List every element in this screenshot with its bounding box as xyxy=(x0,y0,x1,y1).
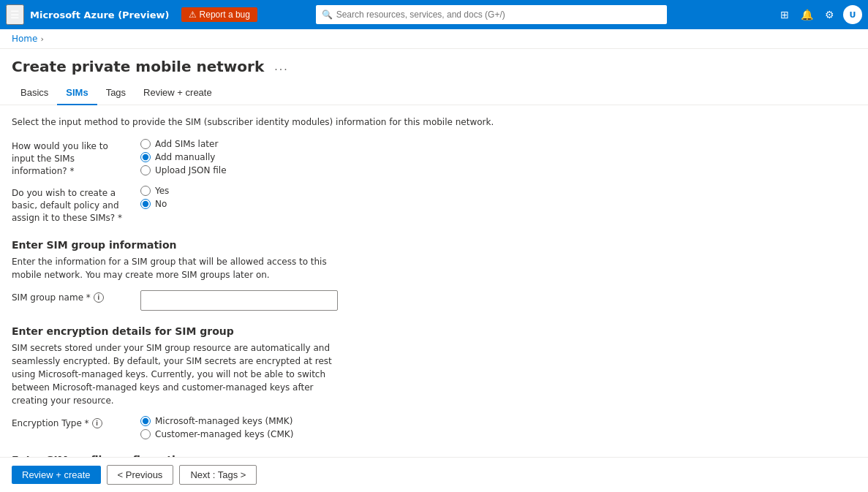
encryption-type-label-wrap: Encryption Type * i xyxy=(12,416,129,430)
sim-group-name-label-wrap: SIM group name * i xyxy=(12,290,129,304)
radio-mmk[interactable]: Microsoft-managed keys (MMK) xyxy=(140,416,293,426)
encryption-type-row: Encryption Type * i Microsoft-managed ke… xyxy=(12,416,500,439)
bottom-bar: Review + create < Previous Next : Tags > xyxy=(0,457,868,492)
radio-policy-no-label: No xyxy=(155,199,167,209)
sim-group-name-input[interactable] xyxy=(140,290,338,311)
breadcrumb: Home › xyxy=(0,29,868,49)
radio-upload-json-label: Upload JSON file xyxy=(155,165,227,175)
default-policy-row: Do you wish to create a basic, default p… xyxy=(12,186,500,224)
tab-review-create[interactable]: Review + create xyxy=(135,81,221,105)
encryption-description: SIM secrets stored under your SIM group … xyxy=(12,341,333,407)
sim-group-info-icon: i xyxy=(94,292,104,303)
app-name-label: Microsoft Azure (Preview) xyxy=(30,10,170,20)
sim-group-description: Enter the information for a SIM group th… xyxy=(12,255,333,281)
tab-sims[interactable]: SIMs xyxy=(57,81,97,105)
review-create-button[interactable]: Review + create xyxy=(12,466,101,484)
page-header: Create private mobile network ... xyxy=(0,49,868,81)
breadcrumb-home-link[interactable]: Home xyxy=(12,34,37,44)
encryption-heading: Enter encryption details for SIM group xyxy=(12,325,500,337)
sim-group-name-label: SIM group name * xyxy=(12,292,91,304)
input-method-label: How would you like to input the SIMs inf… xyxy=(12,139,129,177)
nav-icons-group: ⊞ 🔔 ⚙ U xyxy=(777,5,862,24)
encryption-info-icon: i xyxy=(92,418,102,428)
notifications-button[interactable]: 🔔 xyxy=(798,6,816,23)
input-method-row: How would you like to input the SIMs inf… xyxy=(12,139,500,177)
tab-tags[interactable]: Tags xyxy=(97,81,135,105)
sim-group-section: Enter SIM group information Enter the in… xyxy=(12,239,500,311)
radio-cmk[interactable]: Customer-managed keys (CMK) xyxy=(140,429,293,439)
top-navigation: ☰ Microsoft Azure (Preview) ⚠ Report a b… xyxy=(0,0,868,29)
radio-policy-no[interactable]: No xyxy=(140,199,169,209)
previous-button[interactable]: < Previous xyxy=(107,465,174,485)
radio-policy-no-input[interactable] xyxy=(140,199,151,209)
main-content: Select the input method to provide the S… xyxy=(0,105,512,492)
sim-group-heading: Enter SIM group information xyxy=(12,239,500,251)
search-bar: 🔍 xyxy=(316,5,667,24)
radio-policy-yes-label: Yes xyxy=(155,186,169,196)
avatar[interactable]: U xyxy=(843,5,862,24)
radio-add-manually-input[interactable] xyxy=(140,152,151,162)
radio-mmk-label: Microsoft-managed keys (MMK) xyxy=(155,416,293,426)
breadcrumb-separator: › xyxy=(40,34,43,44)
input-method-controls: Add SIMs later Add manually Upload JSON … xyxy=(140,139,227,175)
encryption-type-controls: Microsoft-managed keys (MMK) Customer-ma… xyxy=(140,416,293,439)
encryption-type-label: Encryption Type * xyxy=(12,417,89,430)
page-description: Select the input method to provide the S… xyxy=(12,117,500,127)
hamburger-menu-button[interactable]: ☰ xyxy=(6,4,24,25)
radio-policy-yes-input[interactable] xyxy=(140,186,151,196)
portal-button[interactable]: ⊞ xyxy=(777,6,792,23)
bug-icon: ⚠ xyxy=(189,10,197,20)
radio-add-later[interactable]: Add SIMs later xyxy=(140,139,227,149)
radio-cmk-label: Customer-managed keys (CMK) xyxy=(155,429,293,439)
default-policy-controls: Yes No xyxy=(140,186,169,209)
tab-basics[interactable]: Basics xyxy=(12,81,57,105)
bug-report-button[interactable]: ⚠ Report a bug xyxy=(181,7,257,22)
page-title: Create private mobile network xyxy=(12,58,264,75)
radio-policy-yes[interactable]: Yes xyxy=(140,186,169,196)
search-input[interactable] xyxy=(316,5,667,24)
radio-cmk-input[interactable] xyxy=(140,429,151,439)
settings-button[interactable]: ⚙ xyxy=(822,6,837,23)
radio-mmk-input[interactable] xyxy=(140,416,151,426)
default-policy-label: Do you wish to create a basic, default p… xyxy=(12,186,129,224)
search-icon: 🔍 xyxy=(322,10,333,20)
radio-add-manually-label: Add manually xyxy=(155,152,215,162)
tab-bar: Basics SIMs Tags Review + create xyxy=(0,81,868,105)
encryption-section: Enter encryption details for SIM group S… xyxy=(12,325,500,439)
radio-add-later-input[interactable] xyxy=(140,139,151,149)
radio-add-later-label: Add SIMs later xyxy=(155,139,218,149)
next-button[interactable]: Next : Tags > xyxy=(179,465,257,485)
sim-group-name-row: SIM group name * i xyxy=(12,290,500,311)
radio-upload-json-input[interactable] xyxy=(140,165,151,175)
more-options-button[interactable]: ... xyxy=(270,58,293,75)
radio-upload-json[interactable]: Upload JSON file xyxy=(140,165,227,175)
radio-add-manually[interactable]: Add manually xyxy=(140,152,227,162)
